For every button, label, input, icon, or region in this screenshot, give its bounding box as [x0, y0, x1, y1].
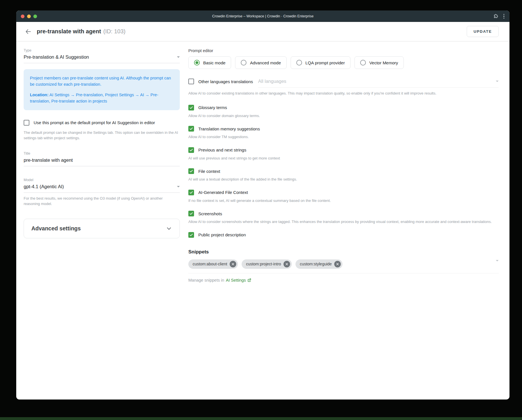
type-field-label: Type — [24, 48, 180, 52]
radio-icon — [360, 60, 366, 65]
radio-icon — [241, 60, 246, 65]
snippet-chip: custom:about-client — [188, 259, 238, 269]
context-option-helper: If no file context is set, AI will gener… — [188, 198, 499, 204]
other-languages-section: Other languages translations All languag… — [188, 79, 499, 96]
extensions-icon[interactable] — [493, 14, 498, 19]
prompt-editor-option[interactable]: LQA prompt provider — [291, 56, 350, 69]
default-prompt-checkbox[interactable] — [24, 120, 29, 126]
app-window: Crowdin Enterprise – Workspace | Crowdin… — [16, 11, 509, 399]
languages-select-placeholder: All languages — [258, 79, 286, 84]
zoom-window-button[interactable] — [33, 15, 37, 18]
info-box-paragraph: Project members can pre-translate conten… — [30, 75, 174, 88]
browser-titlebar: Crowdin Enterprise – Workspace | Crowdin… — [16, 11, 509, 22]
context-option-helper: Allow AI to consider domain glossary ter… — [188, 113, 499, 119]
prompt-editor-option[interactable]: Vector Memory — [354, 56, 404, 69]
type-select[interactable]: Pre-translation & AI Suggestion — [24, 54, 180, 63]
snippet-chip: custom:project-intro — [242, 259, 292, 269]
default-prompt-option: Use this prompt as the default prompt fo… — [24, 120, 180, 141]
default-prompt-helper: The default prompt can be changed in the… — [24, 130, 180, 141]
checkbox-checked-icon[interactable] — [188, 211, 194, 216]
snippet-chip-label: custom:styleguide — [300, 262, 332, 266]
other-languages-checkbox[interactable] — [188, 79, 194, 84]
context-option-label: AI-Generated File Context — [198, 190, 248, 195]
browser-menu-icon[interactable] — [503, 13, 505, 19]
chip-remove-button[interactable] — [284, 261, 290, 267]
type-select-value: Pre-translation & AI Suggestion — [24, 54, 89, 60]
ai-settings-link-label: AI Settings — [226, 278, 246, 282]
model-select[interactable]: gpt-4.1 (Agentic AI) — [24, 184, 180, 193]
snippets-section: Snippets custom:about-client custom:proj… — [188, 249, 499, 282]
context-option-label: Translation memory suggestions — [198, 126, 260, 131]
radio-icon — [296, 60, 302, 65]
manage-snippets-line: Manage snippets in AI Settings — [188, 278, 499, 282]
prompt-editor-option[interactable]: Advanced mode — [235, 56, 286, 69]
checkbox-checked-icon[interactable] — [188, 190, 194, 195]
advanced-settings-label: Advanced settings — [31, 225, 81, 232]
info-box-location: Location: AI Settings → Pre-translation,… — [30, 92, 174, 105]
checkbox-checked-icon[interactable] — [188, 232, 194, 238]
title-input[interactable]: pre-translate with agent — [24, 157, 180, 166]
prompt-editor-label: Prompt editor — [188, 48, 499, 53]
minimize-window-button[interactable] — [27, 15, 31, 18]
type-field: Type Pre-translation & AI Suggestion — [24, 48, 180, 63]
radio-icon — [194, 60, 200, 65]
ai-settings-link[interactable]: AI Settings — [226, 278, 251, 282]
chevron-down-icon — [177, 56, 180, 58]
settings-left-column: Type Pre-translation & AI Suggestion Pro… — [24, 48, 180, 282]
other-languages-helper: Allow AI to consider existing translatio… — [188, 91, 499, 96]
snippet-chip-label: custom:project-intro — [246, 262, 281, 266]
model-field-label: Model — [24, 178, 180, 182]
chip-remove-button[interactable] — [334, 261, 341, 267]
close-window-button[interactable] — [21, 15, 25, 18]
context-option-label: Screenshots — [198, 211, 222, 216]
context-option: File context AI will use a textual descr… — [188, 168, 499, 182]
context-option: Public project description — [188, 232, 499, 238]
snippet-chip: custom:styleguide — [295, 259, 342, 269]
location-label: Location: — [30, 93, 48, 97]
languages-select[interactable]: All languages — [258, 79, 499, 88]
chip-remove-button[interactable] — [230, 261, 236, 267]
chevron-down-icon — [167, 226, 171, 230]
prompt-editor-option[interactable]: Basic mode — [188, 56, 231, 69]
checkbox-checked-icon[interactable] — [188, 126, 194, 132]
snippets-chips-row[interactable]: custom:about-client custom:project-intro… — [188, 259, 499, 273]
checkbox-checked-icon[interactable] — [188, 105, 194, 110]
manage-snippets-prefix: Manage snippets in — [188, 278, 224, 282]
location-text: AI Settings → Pre-translation, Project S… — [30, 93, 158, 103]
prompt-editor-option-label: Advanced mode — [250, 60, 281, 65]
settings-right-column: Prompt editor Basic mode Advanced mode L… — [188, 48, 499, 282]
external-link-icon — [247, 278, 251, 282]
chevron-down-icon — [177, 186, 180, 187]
context-option: AI-Generated File Context If no file con… — [188, 190, 499, 204]
context-option-helper: Allow AI to consider TM suggestions. — [188, 134, 499, 140]
title-field: Title pre-translate with agent — [24, 151, 180, 166]
context-option-helper: AI will use a textual description of the… — [188, 177, 499, 182]
context-option-helper: Allow AI to consider screenshots where t… — [188, 219, 499, 225]
model-field: Model gpt-4.1 (Agentic AI) For the best … — [24, 178, 180, 207]
context-option-label: Glossary terms — [198, 105, 227, 110]
page-header: pre-translate with agent (ID: 103) UPDAT… — [16, 22, 509, 42]
page-title-id: (ID: 103) — [103, 28, 126, 35]
advanced-settings-accordion[interactable]: Advanced settings — [24, 219, 180, 238]
info-box: Project members can pre-translate conten… — [24, 69, 180, 110]
chevron-down-icon — [496, 81, 499, 82]
context-options-list: Glossary terms Allow AI to consider doma… — [188, 105, 499, 238]
context-option-helper: AI will use previous and next strings to… — [188, 155, 499, 161]
checkbox-checked-icon[interactable] — [188, 168, 194, 174]
title-input-value: pre-translate with agent — [24, 157, 73, 163]
window-title: Crowdin Enterprise – Workspace | Crowdin… — [16, 14, 509, 18]
checkbox-checked-icon[interactable] — [188, 147, 194, 153]
back-button[interactable] — [24, 27, 33, 36]
snippets-heading: Snippets — [188, 249, 499, 255]
model-helper: For the best results, we recommend using… — [24, 196, 180, 207]
arrow-left-icon — [25, 28, 32, 35]
title-field-label: Title — [24, 151, 180, 155]
context-option-label: Previous and next strings — [198, 147, 246, 152]
prompt-editor-option-label: LQA prompt provider — [305, 60, 345, 65]
update-button[interactable]: UPDATE — [467, 26, 499, 37]
window-controls — [21, 15, 37, 18]
prompt-editor-options: Basic mode Advanced mode LQA prompt prov… — [188, 56, 499, 69]
other-languages-label: Other languages translations — [198, 79, 253, 84]
context-option-label: File context — [198, 169, 220, 174]
context-option: Glossary terms Allow AI to consider doma… — [188, 105, 499, 119]
